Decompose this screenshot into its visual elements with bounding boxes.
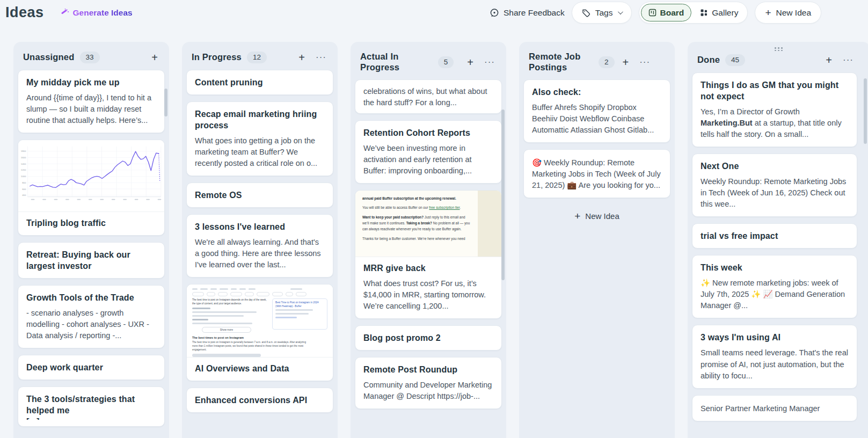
generate-ideas-label: Generate Ideas [73,8,133,18]
svg-text:1200: 1200 [21,169,26,171]
card-body: Buffer Ahrefs Shopify Dropbox Beehiiv Do… [532,102,662,136]
idea-card[interactable]: Remote OS [186,182,333,208]
board-view-button[interactable]: Board [641,4,692,21]
column-new-idea-button[interactable]: + New Idea [523,205,670,228]
side-card-link: Best Time to Post on Instagram in 2024 (… [275,301,324,308]
skeleton-line [192,315,268,317]
idea-card[interactable]: Retention Cohort Reports We’ve been inve… [355,120,502,184]
column-count-badge: 45 [725,54,745,66]
idea-card[interactable]: 3 ways I'm using AI Small teams need lev… [692,325,857,388]
column-title: Done [697,55,720,65]
column-actual-in-progress: Actual In Progress 5 + ··· celebrations … [351,42,506,438]
column-unassigned: Unassigned 33 + My midday pick me up Aro… [13,42,169,438]
idea-card[interactable]: This week ✨ New remote marketing jobs: w… [692,255,857,318]
add-card-button[interactable]: + [823,55,835,65]
idea-card[interactable]: Retreat: Buying back our largest investo… [18,242,165,279]
skeleton-line [192,308,268,309]
column-header: Unassigned 33 + [18,46,165,70]
column-scrollbar[interactable] [864,78,867,144]
idea-card[interactable]: Senior Partner Marketing Manager [692,395,857,421]
page-title: Ideas [5,4,44,21]
card-body: Small teams need leverage. That's the re… [701,347,849,381]
column-count-badge: 5 [438,56,454,68]
idea-card[interactable]: 🎯 Weekly Roundup: Remote Marketing Jobs … [523,149,670,198]
gallery-view-button[interactable]: Gallery [692,4,746,21]
header-actions: Share Feedback Tags [490,2,821,24]
column-scrollbar[interactable] [501,110,505,280]
idea-card[interactable]: The 3 tools/strategies that helped me [.… [18,386,165,427]
traffic-chart-thumbnail: 40060080010001200140016001800 [18,140,164,212]
board-view-icon [648,9,657,17]
card-title: Things I do as GM that you might not exp… [701,79,849,102]
column-menu-button[interactable]: ··· [313,53,329,62]
column-title: Actual In Progress [360,52,433,73]
svg-text:1600: 1600 [21,156,26,159]
magic-wand-icon [60,8,69,17]
svg-text:1400: 1400 [21,162,26,165]
column-drag-handle-icon[interactable] [775,47,783,51]
card-title: My midday pick me up [26,77,156,88]
idea-card[interactable]: Deep work quarter [18,355,165,380]
column-menu-button[interactable]: ··· [637,57,653,67]
share-feedback-button[interactable]: Share Feedback [490,8,565,18]
new-idea-button[interactable]: + New Idea [755,2,821,24]
svg-text:1000: 1000 [21,175,26,178]
column-header: Done 45 + ··· [692,53,866,72]
idea-card[interactable]: celebrations of wins, but what about the… [355,79,502,114]
idea-card[interactable]: Remote Post Roundup Community and Develo… [355,357,502,409]
idea-card[interactable]: trial vs free impact [692,223,857,249]
card-title: 3 lessons I've learned [195,221,325,232]
card-title: Blog post promo 2 [363,332,493,344]
column-menu-button[interactable]: ··· [840,55,856,64]
idea-card[interactable]: 40060080010001200140016001800 Tripling b… [18,140,165,236]
plus-icon: + [765,8,771,18]
idea-card[interactable]: Also check: Buffer Ahrefs Shopify Dropbo… [523,79,670,143]
card-body: We're all always learning. And that's a … [195,237,325,271]
card-body: celebrations of wins, but what about the… [363,86,493,108]
gallery-view-label: Gallery [712,8,738,18]
add-card-button[interactable]: + [464,57,476,68]
card-body: Community and Developer Marketing Manage… [363,379,493,402]
tags-dropdown[interactable]: Tags [572,2,632,24]
skeleton-line [275,313,324,315]
traffic-chart: 40060080010001200140016001800 [18,140,164,211]
idea-card[interactable]: annual paid Buffer subscription at the u… [355,190,502,319]
card-title: Remote Post Roundup [363,364,493,375]
card-title: trial vs free impact [701,230,849,242]
idea-card[interactable]: Enhanced conversions API [186,388,333,413]
idea-card[interactable]: My midday pick me up Around {{time of da… [18,70,165,133]
idea-card[interactable]: Blog post promo 2 [355,325,502,351]
card-title: Enhanced conversions API [195,395,325,406]
idea-card[interactable]: Growth Tools of the Trade - scenario ana… [18,285,165,348]
tag-icon [582,9,590,17]
email-line: annual paid Buffer subscription at the u… [362,195,472,201]
skeleton-line [275,309,324,311]
top-header: Ideas Generate Ideas Share Feedback [0,0,868,25]
generate-ideas-button[interactable]: Generate Ideas [60,8,133,18]
card-body: 🎯 Weekly Roundup: Remote Marketing Jobs … [532,157,662,191]
card-title: The 3 tools/strategies that helped me [26,393,156,416]
column-header: Remote Job Postings 2 + ··· [523,46,670,79]
add-card-button[interactable]: + [296,52,308,63]
board-view-label: Board [660,8,684,18]
idea-card[interactable]: Things I do as GM that you might not exp… [692,72,857,147]
idea-card[interactable]: Recap email marketing hriing process Wha… [186,101,333,176]
add-card-button[interactable]: + [620,57,632,68]
card-title: Remote OS [195,189,325,201]
new-idea-label: New Idea [776,8,811,18]
idea-card[interactable]: Next One Weekly Roundup: Remote Marketin… [692,154,857,217]
column-menu-button[interactable]: ··· [482,57,498,67]
share-feedback-label: Share Feedback [504,8,565,18]
idea-card[interactable]: 3 lessons I've learned We're all always … [186,214,333,278]
svg-text:800: 800 [22,181,26,184]
ai-overview-block: The best time to post on Instagram depen… [192,298,268,333]
add-card-button[interactable]: + [149,52,161,63]
card-body: Senior Partner Marketing Manager [701,403,849,414]
idea-card[interactable]: Content pruning [186,70,333,95]
card-body: ✨ New remote marketing jobs: week of Jul… [701,278,849,311]
idea-card[interactable]: The best time to post on Instagram depen… [186,284,333,381]
email-line: You will still be able to access Buffer … [362,205,472,210]
column-scrollbar[interactable] [164,89,167,116]
email-line: Thanks for being a Buffer customer. We’r… [362,236,472,242]
svg-text:400: 400 [22,194,26,196]
